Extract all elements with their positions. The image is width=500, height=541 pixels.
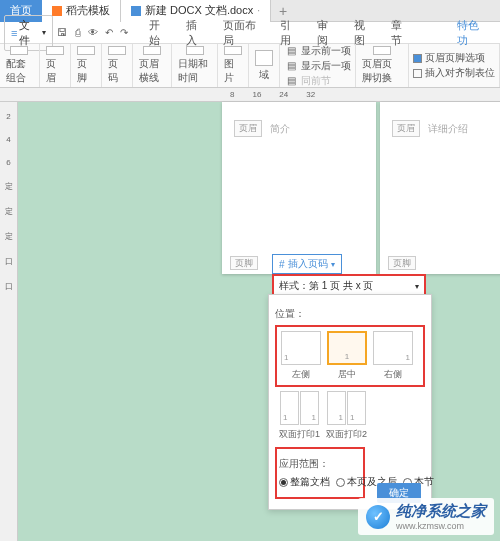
watermark: ✓ 纯净系统之家 www.kzmsw.com [358,498,494,535]
header-tag: 页眉 [234,120,262,137]
insert-pagenum-button[interactable]: # 插入页码▾ [272,254,342,274]
ribbon-field[interactable]: 域 [249,44,280,87]
duplex-thumbs: 11 双面打印1 11 双面打印2 [279,391,425,441]
ribbon-pagenum[interactable]: 页码 [102,44,133,87]
ribbon-opts: 页眉页脚选项 插入对齐制表位 [409,44,500,87]
header-tag: 页眉 [392,120,420,137]
page1-footer[interactable]: 页脚 [230,256,258,270]
link-icon[interactable]: ▤ [284,74,298,88]
ribbon-footer[interactable]: 页脚 [71,44,102,87]
save-icon[interactable]: 🖫 [55,26,69,40]
same-prev[interactable]: 同前节 [301,74,331,88]
ribbon-header[interactable]: 页眉 [40,44,71,87]
show-prev[interactable]: 显示前一项 [301,44,351,58]
undo-icon[interactable]: ↶ [102,26,116,40]
position-thumbs: 1 左侧 1 居中 1 右侧 [275,325,425,387]
pos-duplex1[interactable]: 11 双面打印1 [279,391,320,441]
scope-label: 应用范围： [279,457,361,471]
page-2[interactable]: 页眉 详细介绍 页脚 [380,102,500,274]
prev-icon[interactable]: ▤ [284,44,298,58]
scope-section: 应用范围： 整篇文档 本页及之后 本节 [275,447,365,499]
pos-center[interactable]: 1 居中 [327,331,367,381]
ribbon-image[interactable]: 图片 [218,44,249,87]
redo-icon[interactable]: ↷ [117,26,131,40]
next-icon[interactable]: ▤ [284,59,298,73]
pos-left[interactable]: 1 左侧 [281,331,321,381]
position-label: 位置： [275,307,425,321]
ribbon-hline[interactable]: 页眉横线 [133,44,173,87]
pagenum-popup: 位置： 1 左侧 1 居中 1 右侧 11 双面打印1 [268,294,432,510]
pagenum-icon: # [279,259,285,270]
menu-bar: ≡文件▾ 🖫 ⎙ 👁 ↶ ↷ 开始 插入 页面布局 引用 审阅 视图 章节 特色… [0,22,500,44]
workspace: 246 定定定 口口 页眉 简介 页脚 页眉 详细介绍 页脚 # 插入页码▾ [0,102,500,541]
check-icon[interactable] [413,54,422,63]
page2-footer[interactable]: 页脚 [388,256,416,270]
pos-right[interactable]: 1 右侧 [373,331,413,381]
page-1[interactable]: 页眉 简介 页脚 [222,102,376,274]
ribbon: 配套组合 页眉 页脚 页码 页眉横线 日期和时间 图片 域 ▤显示前一项 ▤显示… [0,44,500,88]
show-next[interactable]: 显示后一项 [301,59,351,73]
page2-title: 详细介绍 [428,122,468,136]
ribbon-switch[interactable]: 页眉页脚切换 [356,44,409,87]
watermark-url: www.kzmsw.com [396,521,486,531]
tab-templates[interactable]: 稻壳模板 [42,0,121,22]
footer-tag: 页脚 [230,256,258,270]
check-icon[interactable] [413,69,422,78]
ribbon-combo[interactable]: 配套组合 [0,44,40,87]
page2-header[interactable]: 页眉 详细介绍 [392,120,500,137]
chevron-down-icon: ▾ [415,282,419,291]
template-icon [52,6,62,16]
ribbon-datetime[interactable]: 日期和时间 [172,44,218,87]
footer-tag: 页脚 [388,256,416,270]
align-tab[interactable]: 插入对齐制表位 [425,66,495,80]
horizontal-ruler: 8162432 [0,88,500,102]
hf-options[interactable]: 页眉页脚选项 [425,51,485,65]
preview-icon[interactable]: 👁 [86,26,100,40]
pos-duplex2[interactable]: 11 双面打印2 [326,391,367,441]
page1-title: 简介 [270,122,290,136]
ribbon-nav: ▤显示前一项 ▤显示后一项 ▤同前节 [280,44,356,87]
scope-whole[interactable]: 整篇文档 [279,475,330,489]
watermark-brand: 纯净系统之家 [396,502,486,521]
word-icon [131,6,141,16]
vertical-ruler: 246 定定定 口口 [0,102,18,541]
print-icon[interactable]: ⎙ [71,26,85,40]
page-area[interactable]: 页眉 简介 页脚 页眉 详细介绍 页脚 # 插入页码▾ 样式：第 1 页 共 x… [18,102,500,541]
page1-header[interactable]: 页眉 简介 [234,120,364,137]
watermark-logo: ✓ [366,505,390,529]
